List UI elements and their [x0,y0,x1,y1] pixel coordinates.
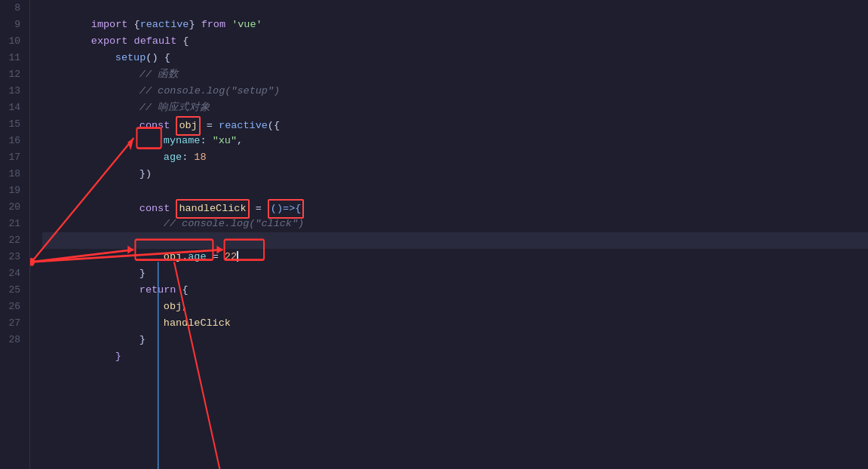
code-line-24: return { [42,265,868,282]
code-editor: 8 9 10 11 12 13 14 15 16 17 18 19 20 21 … [0,0,868,469]
code-line-23: } [42,249,868,265]
code-line-10: setup() { [42,33,868,50]
line-num-11: 11 [0,50,20,66]
code-line-11: // 函数 [42,50,868,66]
line-num-9: 9 [0,17,20,33]
code-line-8: import {reactive} from 'vue' [42,0,868,17]
line-num-14: 14 [0,100,20,116]
code-line-13: // 响应式对象 [42,83,868,100]
line-num-19: 19 [0,182,20,199]
code-line-18 [42,166,868,182]
line-num-24: 24 [0,265,20,282]
code-line-20: // console.log("click") [42,199,868,216]
code-line-12: // console.log("setup") [42,66,868,83]
code-line-28: } [42,332,868,348]
line-num-27: 27 [0,315,20,332]
line-num-12: 12 [0,66,20,83]
line-num-17: 17 [0,149,20,166]
line-num-16: 16 [0,133,20,149]
line-num-26: 26 [0,299,20,315]
code-line-22: obj.age = 22 [42,232,868,249]
code-line-27: } [42,315,868,332]
code-line-9: export default { [42,17,868,33]
line-num-21: 21 [0,216,20,232]
line-num-23: 23 [0,249,20,265]
line-num-15: 15 [0,116,20,133]
code-line-21: obj.myname = "wang", [42,216,868,232]
code-line-16: age: 18 [42,133,868,149]
line-num-18: 18 [0,166,20,182]
code-content: import {reactive} from 'vue' export defa… [30,0,868,469]
svg-point-11 [30,258,35,266]
line-num-25: 25 [0,282,20,299]
line-num-20: 20 [0,199,20,216]
line-num-13: 13 [0,83,20,100]
code-line-15: myname: "xu", [42,116,868,133]
code-line-17: }) [42,149,868,166]
line-num-22: 22 [0,232,20,249]
line-num-8: 8 [0,0,20,17]
code-line-14: const obj = reactive({ [42,100,868,116]
code-line-25: obj, [42,282,868,299]
line-num-28: 28 [0,332,20,348]
line-numbers: 8 9 10 11 12 13 14 15 16 17 18 19 20 21 … [0,0,30,469]
line-num-10: 10 [0,33,20,50]
code-line-26: handleClick [42,299,868,315]
code-line-19: const handleClick = ()=>{ [42,182,868,199]
